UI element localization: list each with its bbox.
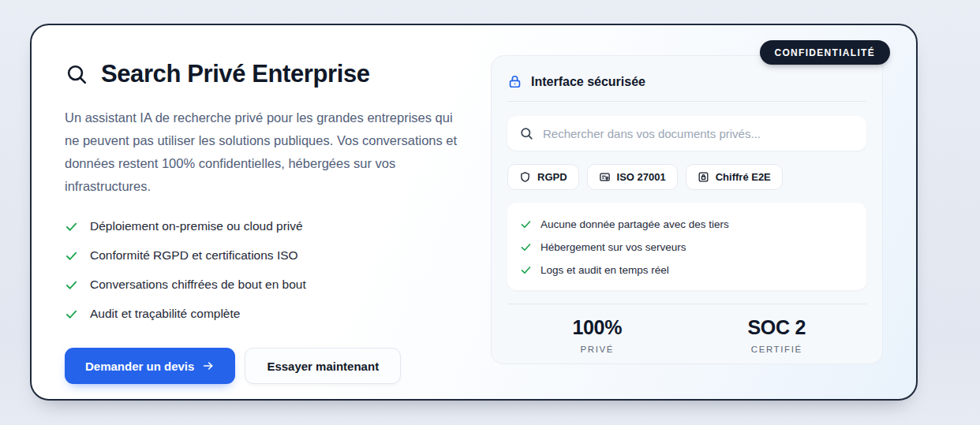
arrow-right-icon	[202, 360, 215, 372]
check-icon	[520, 264, 532, 276]
chip-iso-27001[interactable]: ISO 27001	[587, 164, 678, 190]
feature-item: Audit et traçabilité complète	[65, 307, 469, 321]
feature-item: Conformité RGPD et certifications ISO	[65, 248, 469, 263]
try-now-button[interactable]: Essayer maintenant	[245, 348, 401, 384]
stat-value: SOC 2	[687, 316, 867, 339]
assurance-box: Aucune donnée partagée avec des tiers Hé…	[507, 203, 866, 290]
feature-item-label: Conversations chiffrées de bout en bout	[90, 278, 306, 292]
enterprise-card: CONFIDENTIALITÉ Search Privé Enterprise …	[30, 24, 918, 401]
confidentiality-badge-label: CONFIDENTIALITÉ	[775, 47, 876, 58]
stat-value: 100%	[507, 316, 687, 339]
shield-icon	[519, 171, 531, 183]
feature-item-label: Conformité RGPD et certifications ISO	[90, 248, 298, 263]
stat-soc2: SOC 2 CERTIFIÉ	[687, 316, 867, 354]
search-icon	[519, 126, 534, 141]
check-icon	[65, 278, 78, 292]
document-search-box	[507, 116, 866, 151]
stat-label: PRIVÉ	[507, 345, 687, 354]
feature-item-label: Déploiement on-premise ou cloud privé	[90, 219, 303, 233]
confidentiality-badge: CONFIDENTIALITÉ	[760, 40, 891, 65]
hero-description: Un assistant IA de recherche privé pour …	[65, 106, 463, 198]
search-icon	[65, 62, 89, 87]
chip-rgpd[interactable]: RGPD	[507, 164, 579, 190]
try-now-button-label: Essayer maintenant	[267, 360, 379, 373]
check-icon	[65, 249, 78, 263]
assurance-item-label: Aucune donnée partagée avec des tiers	[540, 218, 729, 230]
page-title: Search Privé Enterprise	[101, 60, 370, 88]
assurance-item: Hébergement sur vos serveurs	[520, 236, 854, 259]
assurance-item: Aucune donnée partagée avec des tiers	[520, 213, 854, 236]
feature-item: Conversations chiffrées de bout en bout	[65, 278, 469, 292]
feature-item-label: Audit et traçabilité complète	[90, 307, 240, 321]
compliance-chip-row: RGPD ISO 27001	[507, 164, 866, 190]
check-icon	[65, 308, 78, 321]
feature-item: Déploiement on-premise ou cloud privé	[65, 219, 469, 233]
chip-label: Chiffré E2E	[716, 171, 771, 183]
request-quote-button[interactable]: Demander un devis	[65, 348, 235, 384]
assurance-item-label: Hébergement sur vos serveurs	[540, 241, 686, 253]
stat-private: 100% PRIVÉ	[507, 316, 687, 354]
check-icon	[520, 218, 532, 230]
chip-label: ISO 27001	[617, 171, 666, 183]
chip-label: RGPD	[537, 171, 567, 183]
assurance-item-label: Logs et audit en temps réel	[540, 264, 669, 276]
document-search-input[interactable]	[543, 127, 855, 140]
secure-interface-panel: Interface sécurisée	[491, 55, 883, 364]
panel-title: Interface sécurisée	[531, 75, 645, 89]
panel-divider	[507, 101, 866, 102]
stat-label: CERTIFIÉ	[687, 345, 867, 354]
assurance-item: Logs et audit en temps réel	[520, 259, 854, 281]
certificate-icon	[599, 171, 611, 183]
request-quote-button-label: Demander un devis	[85, 360, 194, 373]
lock-icon	[507, 74, 522, 89]
stats-row: 100% PRIVÉ SOC 2 CERTIFIÉ	[507, 316, 866, 354]
chip-chiffre-e2e[interactable]: Chiffré E2E	[686, 164, 783, 190]
hero-section: Search Privé Enterprise Un assistant IA …	[65, 55, 469, 371]
check-icon	[65, 220, 78, 233]
lock-square-icon	[698, 171, 709, 183]
feature-list: Déploiement on-premise ou cloud privé Co…	[65, 219, 469, 321]
stats-divider	[507, 304, 866, 304]
check-icon	[520, 241, 532, 253]
